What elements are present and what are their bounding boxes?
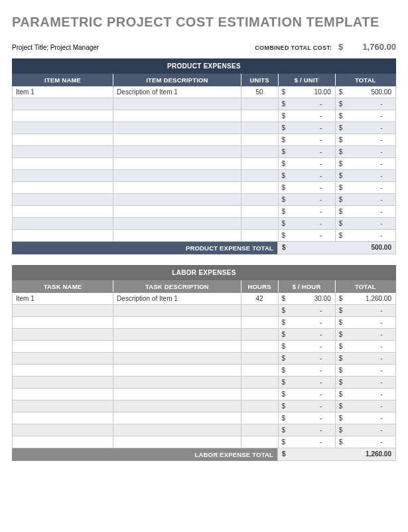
- table-row: --: [13, 365, 396, 377]
- col-units: UNITS: [241, 74, 278, 86]
- table-row: --: [13, 436, 396, 448]
- col-total: TOTAL: [335, 74, 395, 86]
- table-row: --: [13, 230, 396, 242]
- table-row: --: [13, 110, 396, 122]
- table-row: --: [13, 424, 396, 436]
- labor-expenses-section: LABOR EXPENSES TASK NAME TASK DESCRIPTIO…: [12, 265, 396, 461]
- combined-total-currency: $: [338, 43, 343, 52]
- table-row: --: [13, 170, 396, 182]
- col-item-name: ITEM NAME: [13, 74, 113, 86]
- product-expenses-section: PRODUCT EXPENSES ITEM NAME ITEM DESCRIPT…: [12, 58, 396, 254]
- table-row: --: [13, 377, 396, 389]
- table-row: --: [13, 389, 396, 400]
- product-expense-total-value: $500.00: [277, 242, 396, 254]
- product-expenses-header: PRODUCT EXPENSES: [12, 58, 396, 74]
- product-expense-total-label: PRODUCT EXPENSE TOTAL: [12, 242, 277, 254]
- col-labor-total: TOTAL: [335, 281, 395, 293]
- table-row: --: [13, 341, 396, 353]
- page-title: PARAMETRIC PROJECT COST ESTIMATION TEMPL…: [12, 15, 396, 30]
- table-row: --: [13, 134, 396, 146]
- table-row: Item 1Description of Item 14230.001,260.…: [13, 293, 396, 305]
- combined-total-label: COMBINED TOTAL COST:: [255, 44, 332, 51]
- table-row: --: [13, 317, 396, 329]
- table-row: --: [13, 194, 396, 206]
- table-row: --: [13, 182, 396, 194]
- table-row: --: [13, 98, 396, 110]
- labor-expenses-header: LABOR EXPENSES: [12, 265, 396, 280]
- col-hours: HOURS: [241, 281, 278, 293]
- col-hour-rate: $ / HOUR: [278, 281, 335, 293]
- product-rows: Item 1Description of Item 15010.00500.00…: [13, 86, 396, 242]
- col-item-description: ITEM DESCRIPTION: [113, 74, 241, 86]
- table-row: --: [13, 412, 396, 424]
- table-row: --: [13, 146, 396, 158]
- table-row: --: [13, 206, 396, 218]
- table-row: --: [13, 329, 396, 341]
- col-task-name: TASK NAME: [13, 281, 113, 293]
- table-row: --: [13, 400, 396, 412]
- product-expenses-table: ITEM NAME ITEM DESCRIPTION UNITS $ / UNI…: [12, 74, 396, 242]
- combined-total-amount: 1,760.00: [350, 42, 396, 52]
- table-row: --: [13, 218, 396, 230]
- col-task-description: TASK DESCRIPTION: [113, 281, 241, 293]
- labor-expense-total-label: LABOR EXPENSE TOTAL: [12, 448, 277, 461]
- labor-expense-total-value: $1,260.00: [277, 448, 396, 461]
- labor-expenses-table: TASK NAME TASK DESCRIPTION HOURS $ / HOU…: [12, 280, 396, 448]
- meta-row: Project Title; Project Manager COMBINED …: [12, 42, 396, 52]
- labor-rows: Item 1Description of Item 14230.001,260.…: [13, 293, 396, 448]
- col-rate: $ / UNIT: [278, 74, 335, 86]
- table-row: --: [13, 122, 396, 134]
- table-row: Item 1Description of Item 15010.00500.00: [13, 86, 396, 98]
- table-row: --: [13, 158, 396, 170]
- project-info: Project Title; Project Manager: [12, 44, 99, 51]
- table-row: --: [13, 305, 396, 317]
- table-row: --: [13, 353, 396, 365]
